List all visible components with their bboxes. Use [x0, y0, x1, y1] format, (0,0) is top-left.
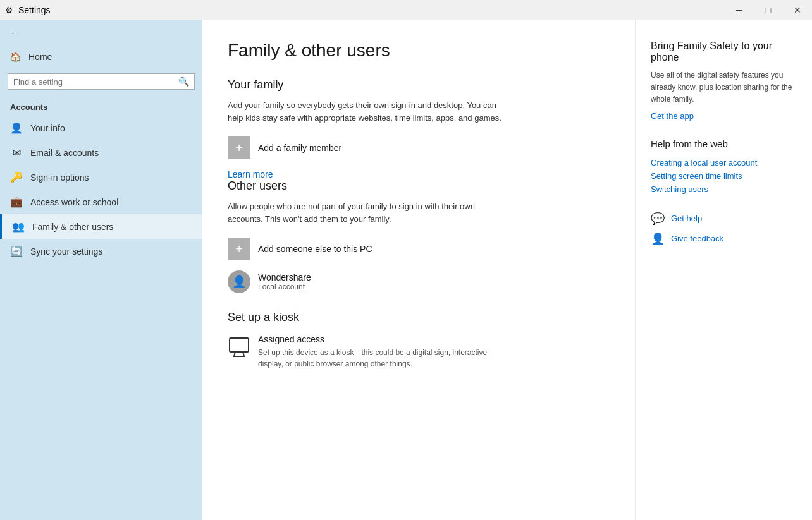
promo-desc: Use all of the digital safety features y…	[651, 70, 797, 106]
sync-icon: 🔄	[10, 245, 23, 257]
sidebar-item-label: Sign-in options	[30, 172, 89, 183]
home-label: Home	[28, 52, 52, 62]
user-type: Local account	[258, 282, 311, 291]
search-box[interactable]: 🔍	[8, 73, 195, 90]
kiosk-assigned-title: Assigned access	[258, 334, 498, 344]
search-icon: 🔍	[178, 76, 189, 87]
minimize-button[interactable]: ─	[725, 0, 754, 20]
add-family-label: Add a family member	[258, 143, 341, 153]
right-panel: Bring Family Safety to your phone Use al…	[635, 20, 812, 520]
get-help-action[interactable]: 💬 Get help	[651, 212, 797, 226]
titlebar-title: Settings	[18, 5, 51, 15]
main-area: Family & other users Your family Add you…	[202, 20, 812, 520]
help-link-2[interactable]: Setting screen time limits	[651, 171, 797, 181]
back-icon: ←	[10, 28, 19, 38]
promo-title: Bring Family Safety to your phone	[651, 40, 797, 63]
add-pc-user-label: Add someone else to this PC	[258, 244, 372, 254]
titlebar-left: ⚙ Settings	[5, 5, 51, 15]
give-feedback-action[interactable]: 👤 Give feedback	[651, 232, 797, 246]
user-row[interactable]: 👤 Wondershare Local account	[228, 270, 610, 293]
sidebar-section-label: Accounts	[0, 95, 202, 116]
get-app-link[interactable]: Get the app	[651, 111, 797, 121]
user-avatar: 👤	[228, 270, 250, 293]
signin-icon: 🔑	[10, 171, 23, 183]
help-title: Help from the web	[651, 138, 797, 149]
your-info-icon: 👤	[10, 122, 23, 134]
kiosk-icon	[228, 336, 250, 363]
user-name: Wondershare	[258, 272, 311, 282]
svg-line-1	[234, 352, 235, 356]
svg-rect-0	[230, 338, 249, 352]
sidebar: ← 🏠 Home 🔍 Accounts 👤 Your info ✉ Email …	[0, 20, 202, 520]
help-link-3[interactable]: Switching users	[651, 184, 797, 194]
sidebar-item-label: Email & accounts	[30, 148, 99, 158]
other-users-title: Other users	[228, 179, 610, 193]
sidebar-item-your-info[interactable]: 👤 Your info	[0, 116, 202, 140]
app-body: ← 🏠 Home 🔍 Accounts 👤 Your info ✉ Email …	[0, 20, 812, 520]
help-section: Help from the web Creating a local user …	[651, 138, 797, 194]
home-icon: 🏠	[10, 52, 21, 62]
maximize-button[interactable]: □	[754, 0, 783, 20]
sidebar-item-sign-in[interactable]: 🔑 Sign-in options	[0, 165, 202, 190]
kiosk-assigned-desc: Set up this device as a kiosk—this could…	[258, 347, 498, 370]
back-button[interactable]: ←	[0, 20, 202, 45]
work-icon: 💼	[10, 196, 23, 208]
get-help-label: Get help	[671, 214, 702, 223]
email-icon: ✉	[10, 147, 23, 159]
kiosk-info: Assigned access Set up this device as a …	[258, 334, 498, 370]
give-feedback-icon: 👤	[651, 232, 665, 246]
your-family-title: Your family	[228, 78, 610, 92]
actions-section: 💬 Get help 👤 Give feedback	[651, 212, 797, 246]
your-family-desc: Add your family so everybody gets their …	[228, 99, 512, 124]
sidebar-item-label: Sync your settings	[30, 246, 102, 257]
add-pc-user-button[interactable]: + Add someone else to this PC	[228, 238, 610, 260]
get-help-icon: 💬	[651, 212, 665, 226]
sidebar-item-email-accounts[interactable]: ✉ Email & accounts	[0, 140, 202, 165]
sidebar-item-family-users[interactable]: 👥 Family & other users	[0, 214, 202, 239]
add-pc-user-icon: +	[228, 238, 250, 260]
family-icon: 👥	[12, 221, 25, 233]
sidebar-item-label: Access work or school	[30, 197, 118, 207]
user-info: Wondershare Local account	[258, 272, 311, 291]
page-title: Family & other users	[228, 40, 610, 61]
other-users-desc: Allow people who are not part of your fa…	[228, 200, 512, 225]
search-input[interactable]	[13, 77, 175, 87]
help-link-1[interactable]: Creating a local user account	[651, 158, 797, 167]
sidebar-item-home[interactable]: 🏠 Home	[0, 45, 202, 68]
sidebar-item-label: Family & other users	[32, 222, 113, 232]
sidebar-item-label: Your info	[30, 123, 65, 133]
settings-icon: ⚙	[5, 5, 13, 15]
add-family-icon: +	[228, 136, 250, 159]
give-feedback-label: Give feedback	[671, 234, 723, 243]
close-button[interactable]: ✕	[783, 0, 812, 20]
kiosk-item[interactable]: Assigned access Set up this device as a …	[228, 334, 610, 370]
sidebar-item-access-work[interactable]: 💼 Access work or school	[0, 190, 202, 214]
svg-line-2	[243, 352, 244, 356]
titlebar: ⚙ Settings ─ □ ✕	[0, 0, 812, 20]
content-area: Family & other users Your family Add you…	[202, 20, 635, 520]
kiosk-title: Set up a kiosk	[228, 311, 610, 324]
sidebar-item-sync[interactable]: 🔄 Sync your settings	[0, 239, 202, 263]
add-family-button[interactable]: + Add a family member	[228, 136, 610, 159]
learn-more-link[interactable]: Learn more	[228, 169, 273, 179]
titlebar-controls: ─ □ ✕	[725, 0, 812, 20]
